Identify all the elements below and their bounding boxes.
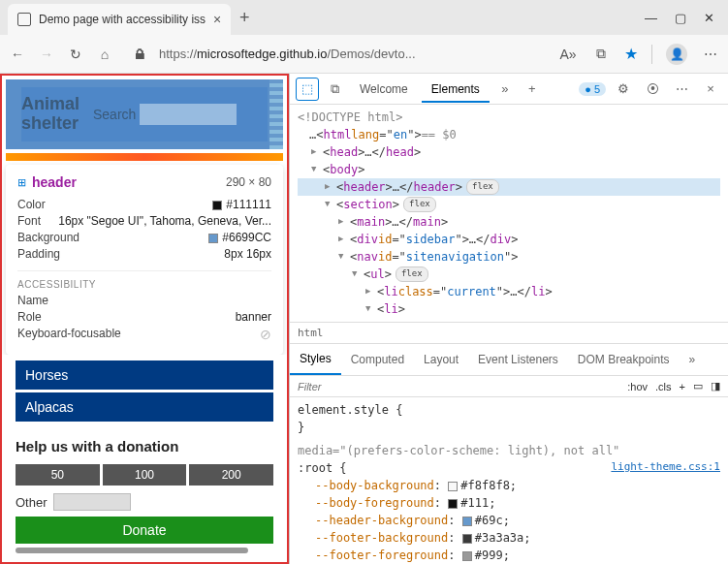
- css-variable-row[interactable]: --body-foreground: #111;: [298, 494, 720, 512]
- devtools-toolbar: ⬚ ⧉ Welcome Elements » + ● 5 ⚙ ⦿ ⋯ ×: [290, 74, 728, 105]
- css-variable-row[interactable]: --body-background: #f8f8f8;: [298, 477, 720, 494]
- css-variable-row[interactable]: --footer-foreground: #999;: [298, 547, 720, 564]
- browser-tab[interactable]: Demo page with accessibility iss ×: [8, 4, 231, 35]
- overlay-ruler: [269, 79, 283, 149]
- maximize-icon[interactable]: ▢: [675, 11, 686, 25]
- donate-200-button[interactable]: 200: [189, 464, 273, 486]
- site-info-icon[interactable]: 🔒︎: [130, 47, 149, 62]
- css-variable-row[interactable]: --footer-background: #3a3a3a;: [298, 529, 720, 547]
- search-input[interactable]: [140, 104, 237, 125]
- tab-title: Demo page with accessibility iss: [39, 13, 206, 26]
- new-tab-button[interactable]: +: [231, 8, 258, 28]
- settings-gear-icon[interactable]: ⚙: [612, 78, 635, 101]
- webpage-viewport: Animal shelter Search ⊞ header 290 × 80 …: [0, 74, 289, 564]
- search-label: Search: [93, 107, 136, 122]
- collections-icon[interactable]: ⧉: [591, 46, 611, 62]
- css-variable-row[interactable]: --header-background: #69c;: [298, 512, 720, 529]
- welcome-tab[interactable]: Welcome: [350, 77, 418, 102]
- new-style-icon[interactable]: +: [680, 381, 685, 392]
- device-emulation-icon[interactable]: ⧉: [323, 78, 346, 101]
- not-focusable-icon: ⊘: [260, 327, 271, 342]
- donate-button[interactable]: Donate: [16, 517, 273, 544]
- dom-tree[interactable]: <!DOCTYPE html> …<html lang="en"> == $0 …: [290, 105, 728, 322]
- menu-icon[interactable]: ⋯: [701, 47, 720, 62]
- computed-tab[interactable]: Computed: [341, 345, 414, 374]
- cls-toggle[interactable]: .cls: [655, 381, 672, 392]
- tab-close-icon[interactable]: ×: [213, 12, 221, 27]
- new-tab-icon[interactable]: +: [521, 78, 544, 101]
- styles-overflow-icon[interactable]: »: [680, 345, 706, 374]
- nav-item-alpacas[interactable]: Alpacas: [16, 392, 273, 422]
- elements-tab[interactable]: Elements: [422, 77, 490, 102]
- other-amount-input[interactable]: [53, 493, 131, 511]
- nav-item-horses[interactable]: Horses: [16, 360, 273, 390]
- address-bar[interactable]: https://microsoftedge.github.io/Demos/de…: [159, 47, 416, 61]
- sidebar-nav: Horses Alpacas: [2, 355, 287, 434]
- minimize-icon[interactable]: —: [645, 11, 657, 25]
- inspect-element-icon[interactable]: ⬚: [296, 78, 319, 101]
- flex-badge[interactable]: flex: [466, 179, 499, 195]
- page-logo-text: Animal shelter: [21, 95, 89, 134]
- styles-tabbar: Styles Computed Layout Event Listeners D…: [290, 343, 728, 376]
- layout-icon: ⊞: [17, 176, 26, 189]
- home-icon[interactable]: ⌂: [95, 47, 114, 62]
- styles-filter-input[interactable]: [298, 381, 619, 392]
- forward-icon[interactable]: →: [37, 47, 56, 62]
- browser-toolbar: ← → ↻ ⌂ 🔒︎ https://microsoftedge.github.…: [0, 35, 728, 74]
- tooltip-dimensions: 290 × 80: [226, 175, 271, 189]
- devtools-pane: ⬚ ⧉ Welcome Elements » + ● 5 ⚙ ⦿ ⋯ × <!D…: [289, 74, 728, 564]
- donate-amount-row: 50 100 200: [2, 458, 287, 491]
- layout-tab[interactable]: Layout: [414, 345, 468, 374]
- browser-titlebar: Demo page with accessibility iss × + — ▢…: [0, 0, 728, 35]
- element-inspect-tooltip: ⊞ header 290 × 80 Color#111111 Font16px …: [6, 165, 283, 355]
- donate-50-button[interactable]: 50: [16, 464, 100, 486]
- customize-icon[interactable]: ⦿: [641, 78, 664, 101]
- dom-selected-header: ▶<header>…</header>flex: [298, 178, 720, 196]
- favorite-icon[interactable]: ★: [624, 45, 638, 63]
- tabs-overflow-icon[interactable]: »: [493, 78, 517, 101]
- back-icon[interactable]: ←: [8, 47, 27, 62]
- reader-icon[interactable]: A»: [558, 47, 578, 62]
- window-controls: — ▢ ✕: [645, 11, 728, 25]
- dom-breakpoints-tab[interactable]: DOM Breakpoints: [568, 345, 680, 374]
- close-icon[interactable]: ✕: [704, 11, 714, 25]
- event-listeners-tab[interactable]: Event Listeners: [468, 345, 568, 374]
- issues-badge[interactable]: ● 5: [579, 82, 606, 96]
- more-icon[interactable]: ⋯: [670, 78, 693, 101]
- hov-toggle[interactable]: :hov: [627, 381, 648, 392]
- site-accent-bar: [6, 153, 283, 161]
- styles-filter-row: :hov .cls + ▭ ◨: [290, 376, 728, 397]
- profile-avatar[interactable]: 👤: [666, 44, 687, 65]
- toggle-sidebar-icon[interactable]: ◨: [711, 380, 720, 392]
- donate-heading: Help us with a donation: [2, 434, 287, 458]
- source-link[interactable]: light-theme.css:1: [611, 459, 720, 476]
- styles-tab[interactable]: Styles: [290, 344, 341, 375]
- favicon: [17, 13, 31, 26]
- devtools-close-icon[interactable]: ×: [699, 78, 722, 101]
- computed-styles-icon[interactable]: ▭: [693, 380, 703, 392]
- styles-body[interactable]: element.style { } media="(prefers-color-…: [290, 397, 728, 564]
- inspected-header-overlay[interactable]: Animal shelter Search: [6, 79, 283, 149]
- refresh-icon[interactable]: ↻: [66, 47, 85, 62]
- horizontal-scrollbar[interactable]: [16, 548, 248, 553]
- tooltip-a11y-heading: ACCESSIBILITY: [17, 270, 271, 290]
- other-label: Other: [16, 495, 47, 510]
- tooltip-tagname: header: [32, 174, 77, 190]
- dom-breadcrumb[interactable]: html: [290, 322, 728, 343]
- donate-100-button[interactable]: 100: [103, 464, 187, 486]
